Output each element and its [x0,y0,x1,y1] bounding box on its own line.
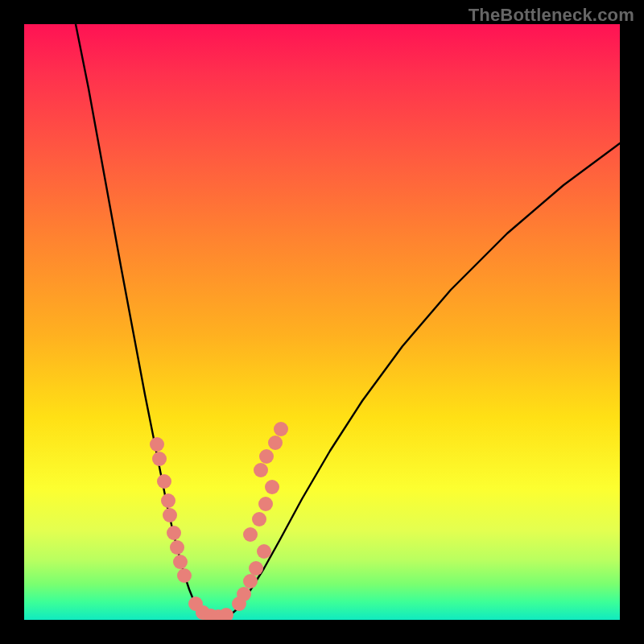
scatter-dot [243,527,258,542]
scatter-dot [243,574,258,588]
plot-area [24,24,620,620]
scatter-dot [254,463,268,477]
scatter-dot [152,452,167,466]
scatter-dot [219,608,233,620]
scatter-dot [252,512,266,526]
scatter-dot [163,508,177,522]
bottleneck-curve [24,24,620,620]
scatter-dot [259,449,274,464]
scatter-dot [157,474,171,489]
scatter-dot [161,493,175,508]
scatter-dot [173,555,188,569]
scatter-dot [177,568,192,583]
scatter-dot [150,437,164,452]
scatter-dot [257,544,271,559]
watermark-text: TheBottleneck.com [469,5,634,26]
scatter-dot [170,540,184,555]
scatter-dot [167,526,181,540]
scatter-dot [237,587,251,601]
scatter-dot [268,436,283,450]
scatter-dot [249,561,263,576]
chart-frame: TheBottleneck.com [0,0,644,644]
scatter-dot [265,480,279,494]
scatter-dot [274,422,288,436]
scatter-dot [258,497,273,511]
